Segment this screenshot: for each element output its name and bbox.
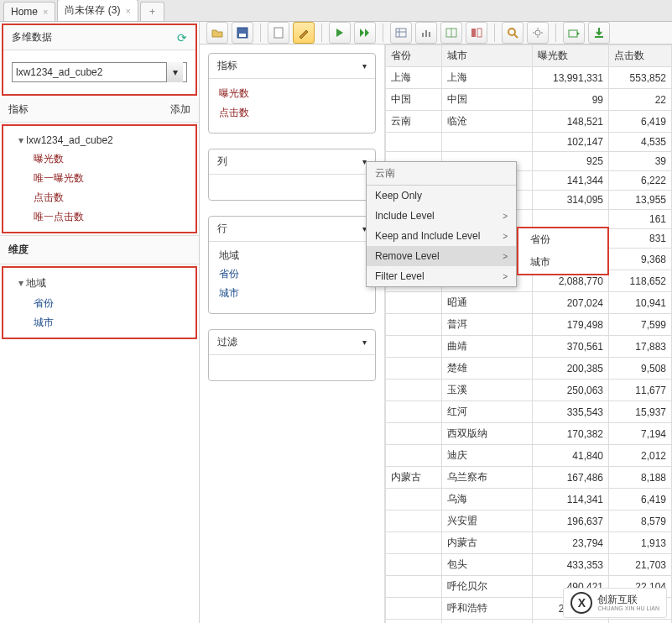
tab-add[interactable]: + (140, 2, 164, 21)
data-grid[interactable]: 省份城市曝光数点击数上海上海13,991,331553,852中国中国9922云… (384, 44, 672, 623)
close-icon[interactable]: × (43, 7, 48, 17)
watermark: X 创新互联CHUANG XIN HU LIAN (563, 588, 667, 618)
tab-unsaved[interactable]: 尚未保存 (3)× (57, 0, 138, 21)
table-row[interactable]: 内蒙古乌兰察布167,4868,188 (386, 467, 672, 489)
open-icon[interactable] (206, 22, 228, 44)
submenu-item[interactable]: 城市 (518, 251, 607, 274)
chevron-right-icon: > (503, 252, 508, 261)
context-submenu: 省份 城市 (517, 227, 609, 275)
logo-icon: X (570, 592, 592, 614)
chevron-down-icon: ▾ (362, 61, 367, 71)
table-row[interactable]: 102,1474,535 (386, 133, 672, 152)
context-menu-item[interactable]: Keep Only (367, 186, 516, 206)
context-menu-item[interactable]: Include Level> (367, 206, 516, 226)
grid-icon[interactable] (390, 22, 412, 44)
table-row[interactable]: 巴彦淖尔0.070 (386, 620, 672, 624)
context-menu-item[interactable]: Filter Level> (367, 266, 516, 286)
cube-select[interactable]: lxw1234_ad_cube2 ▾ (12, 62, 187, 82)
svg-rect-2 (274, 28, 283, 38)
zone-rows: 行▾ 地域 省份 城市 (208, 216, 376, 314)
measure-leaf[interactable]: 唯一点击数 (10, 207, 189, 227)
dim-leaf[interactable]: 城市 (10, 313, 189, 332)
svg-rect-12 (477, 29, 482, 37)
zone-columns: 列▾ (208, 149, 376, 201)
export-icon[interactable] (563, 22, 585, 44)
settings-icon[interactable] (527, 22, 549, 44)
table-row[interactable]: 昭通207,02410,941 (386, 292, 672, 314)
table-row[interactable]: 兴安盟196,6378,579 (386, 510, 672, 532)
download-icon[interactable] (588, 22, 610, 44)
svg-rect-16 (569, 30, 577, 37)
table-row[interactable]: 普洱179,4987,599 (386, 314, 672, 336)
zone-measure-item[interactable]: 曝光数 (219, 84, 365, 103)
chevron-down-icon: ▾ (362, 338, 367, 347)
refresh-icon[interactable]: ⟳ (177, 31, 187, 44)
table-row[interactable]: 上海上海13,991,331553,852 (386, 67, 672, 89)
play-all-icon[interactable] (354, 22, 376, 44)
edit-icon[interactable] (293, 22, 315, 44)
dim-leaf[interactable]: 省份 (10, 294, 189, 313)
table-row[interactable]: 红河335,54315,937 (386, 401, 672, 423)
measure-leaf[interactable]: 唯一曝光数 (10, 169, 189, 188)
chevron-right-icon: > (503, 272, 508, 281)
dim-group[interactable]: 地域 (10, 273, 189, 294)
chevron-down-icon: ▾ (166, 62, 183, 82)
add-measure-link[interactable]: 添加 (170, 102, 190, 117)
svg-rect-1 (239, 34, 246, 37)
context-menu-header: 云南 (367, 162, 516, 186)
column-header[interactable]: 省份 (386, 45, 442, 67)
measures-title: 指标 (8, 102, 29, 117)
context-menu-item[interactable]: Remove Level> (367, 246, 516, 266)
search-icon[interactable] (502, 22, 524, 44)
svg-rect-11 (471, 29, 476, 37)
chevron-right-icon: > (503, 212, 508, 221)
play-icon[interactable] (329, 22, 351, 44)
measure-leaf[interactable]: 曝光数 (10, 149, 189, 169)
svg-rect-6 (422, 33, 424, 37)
measure-leaf[interactable]: 点击数 (10, 188, 189, 207)
column-header[interactable]: 城市 (442, 45, 532, 67)
svg-point-13 (508, 29, 515, 35)
close-icon[interactable]: × (125, 6, 130, 16)
table-row[interactable]: 西双版纳170,3827,194 (386, 423, 672, 445)
table-row[interactable]: 中国中国9922 (386, 89, 672, 111)
svg-rect-3 (396, 29, 406, 37)
zone-row-group[interactable]: 地域 (219, 247, 365, 264)
pivot-icon[interactable] (466, 22, 487, 44)
cube-tree-root[interactable]: lxw1234_ad_cube2 (10, 131, 189, 149)
table-row[interactable]: 内蒙古23,7941,913 (386, 532, 672, 554)
column-header[interactable]: 点击数 (609, 45, 672, 67)
chevron-right-icon: > (503, 232, 508, 241)
toolbar (200, 22, 672, 44)
table-row[interactable]: 曲靖370,56117,883 (386, 336, 672, 358)
zone-measure-item[interactable]: 点击数 (219, 103, 365, 123)
dimensions-title: 维度 (0, 235, 199, 264)
svg-line-14 (514, 34, 518, 38)
table-row[interactable]: 乌海114,3416,419 (386, 489, 672, 510)
svg-rect-7 (425, 30, 427, 37)
save-icon[interactable] (232, 22, 253, 44)
svg-point-15 (535, 30, 540, 35)
data-source-title: 多维数据 (12, 30, 52, 44)
table-row[interactable]: 云南临沧148,5216,419 (386, 111, 672, 133)
table-row[interactable]: 玉溪250,06311,677 (386, 380, 672, 401)
zone-row-item[interactable]: 城市 (219, 284, 365, 303)
chart-icon[interactable] (415, 22, 437, 44)
zone-row-item[interactable]: 省份 (219, 264, 365, 284)
layout-icon[interactable] (440, 22, 462, 44)
table-row[interactable]: 楚雄200,3859,508 (386, 358, 672, 380)
tab-home[interactable]: Home× (3, 2, 55, 21)
new-doc-icon[interactable] (268, 22, 289, 44)
zone-measures: 指标▾ 曝光数 点击数 (208, 53, 376, 134)
svg-rect-8 (429, 32, 430, 37)
context-menu: 云南 Keep OnlyInclude Level>Keep and Inclu… (366, 161, 517, 287)
zone-filters: 过滤▾ (208, 329, 376, 381)
table-row[interactable]: 包头433,35321,703 (386, 554, 672, 576)
column-header[interactable]: 曝光数 (532, 45, 608, 67)
submenu-item[interactable]: 省份 (518, 228, 607, 251)
table-row[interactable]: 迪庆41,8402,012 (386, 445, 672, 467)
context-menu-item[interactable]: Keep and Include Level> (367, 226, 516, 246)
